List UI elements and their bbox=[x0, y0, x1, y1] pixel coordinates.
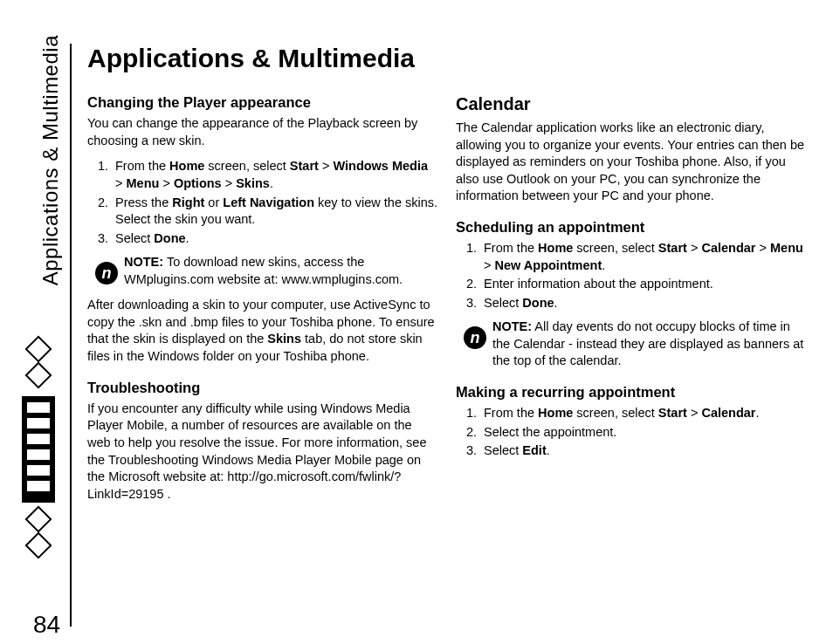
bold: New Appointment bbox=[495, 258, 602, 272]
bold: Edit bbox=[522, 443, 546, 457]
text: > bbox=[484, 258, 495, 272]
bold: Skins bbox=[267, 332, 301, 346]
note-icon: n bbox=[94, 261, 119, 285]
text: > bbox=[756, 241, 771, 255]
text: From the bbox=[484, 241, 538, 255]
bold: Menu bbox=[127, 176, 160, 190]
steps-recurring: From the Home screen, select Start > Cal… bbox=[456, 405, 807, 460]
paragraph: The Calendar application works like an e… bbox=[456, 120, 807, 205]
bold: Windows Media bbox=[333, 159, 428, 173]
svg-rect-5 bbox=[26, 433, 51, 445]
text: screen, select bbox=[573, 241, 658, 255]
steps-scheduling: From the Home screen, select Start > Cal… bbox=[456, 240, 807, 312]
left-column: Changing the Player appearance You can c… bbox=[87, 92, 438, 511]
text: . bbox=[756, 406, 760, 420]
text: All day events do not occupy blocks of t… bbox=[492, 319, 803, 367]
paragraph: After downloading a skin to your compute… bbox=[87, 297, 438, 365]
bold: Left Navigation bbox=[223, 195, 314, 209]
bold: Home bbox=[538, 406, 573, 420]
bold: Start bbox=[658, 406, 687, 420]
heading-troubleshooting: Troubleshooting bbox=[87, 378, 438, 397]
bold: NOTE: bbox=[492, 319, 532, 333]
bold: Right bbox=[172, 195, 204, 209]
bold: Calendar bbox=[701, 406, 755, 420]
svg-rect-6 bbox=[26, 449, 51, 461]
paragraph: If you encounter any difficulty while us… bbox=[87, 401, 438, 503]
svg-text:n: n bbox=[102, 264, 112, 282]
list-item: Select the appointment. bbox=[480, 424, 807, 442]
text: . bbox=[554, 296, 558, 310]
margin-decoration bbox=[17, 332, 59, 567]
text: Press the bbox=[115, 195, 172, 209]
text: From the bbox=[484, 406, 538, 420]
bold: Start bbox=[290, 159, 319, 173]
text: . bbox=[270, 176, 273, 190]
bold: Home bbox=[538, 241, 573, 255]
text: screen, select bbox=[573, 406, 658, 420]
text: > bbox=[319, 159, 334, 173]
svg-rect-8 bbox=[26, 480, 51, 492]
bold: Done bbox=[154, 231, 185, 245]
list-item: Press the Right or Left Navigation key t… bbox=[112, 195, 438, 229]
heading-calendar: Calendar bbox=[456, 92, 807, 116]
heading-recurring: Making a recurring appointment bbox=[456, 382, 807, 401]
text: > bbox=[222, 176, 237, 190]
svg-rect-9 bbox=[26, 507, 51, 531]
text: Select bbox=[115, 231, 154, 245]
text: > bbox=[687, 406, 702, 420]
bold: Calendar bbox=[701, 241, 755, 255]
svg-rect-0 bbox=[26, 337, 51, 361]
svg-rect-10 bbox=[26, 533, 51, 558]
bold: Skins bbox=[236, 176, 270, 190]
svg-text:n: n bbox=[471, 329, 480, 346]
list-item: From the Home screen, select Start > Cal… bbox=[480, 405, 807, 422]
note-text: NOTE: All day events do not occupy block… bbox=[492, 319, 807, 370]
columns: Changing the Player appearance You can c… bbox=[87, 92, 807, 511]
text: > bbox=[159, 176, 174, 190]
note-icon: n bbox=[463, 325, 487, 350]
text: . bbox=[186, 231, 189, 245]
text: . bbox=[602, 258, 605, 272]
text: . bbox=[547, 443, 550, 457]
bold: Start bbox=[658, 241, 687, 255]
paragraph: You can change the appearance of the Pla… bbox=[87, 115, 438, 149]
text: From the bbox=[115, 159, 169, 173]
page-number: 84 bbox=[33, 611, 60, 639]
text: To download new skins, access the WMplug… bbox=[124, 255, 403, 286]
bold: NOTE: bbox=[124, 255, 163, 269]
note-block: n NOTE: All day events do not occupy blo… bbox=[463, 319, 807, 370]
text: > bbox=[115, 176, 127, 190]
note-text: NOTE: To download new skins, access the … bbox=[124, 254, 438, 288]
svg-rect-7 bbox=[26, 464, 51, 476]
page-content: Applications & Multimedia Changing the P… bbox=[70, 44, 807, 627]
list-item: Enter information about the appointment. bbox=[480, 276, 807, 293]
heading-changing-appearance: Changing the Player appearance bbox=[87, 92, 438, 112]
page-title: Applications & Multimedia bbox=[87, 44, 807, 73]
heading-scheduling: Scheduling an appointment bbox=[456, 217, 807, 236]
text: > bbox=[687, 241, 702, 255]
list-item: Select Done. bbox=[480, 295, 807, 312]
text: screen, select bbox=[204, 159, 290, 173]
steps-changing: From the Home screen, select Start > Win… bbox=[87, 158, 438, 247]
list-item: Select Edit. bbox=[480, 442, 807, 460]
bold: Home bbox=[169, 159, 204, 173]
note-block: n NOTE: To download new skins, access th… bbox=[94, 254, 438, 288]
sidebar-section-title: Applications & Multimedia bbox=[38, 35, 63, 285]
list-item: From the Home screen, select Start > Cal… bbox=[480, 240, 807, 274]
text: or bbox=[204, 195, 223, 209]
list-item: From the Home screen, select Start > Win… bbox=[112, 158, 438, 192]
svg-rect-1 bbox=[26, 363, 51, 387]
right-column: Calendar The Calendar application works … bbox=[456, 92, 807, 511]
text: Select bbox=[484, 296, 522, 310]
bold: Done bbox=[522, 296, 554, 310]
bold: Menu bbox=[770, 241, 803, 255]
text: Select bbox=[484, 443, 522, 457]
list-item: Select Done. bbox=[112, 230, 438, 248]
svg-rect-3 bbox=[26, 401, 51, 414]
svg-rect-4 bbox=[26, 417, 51, 429]
bold: Options bbox=[174, 176, 222, 190]
